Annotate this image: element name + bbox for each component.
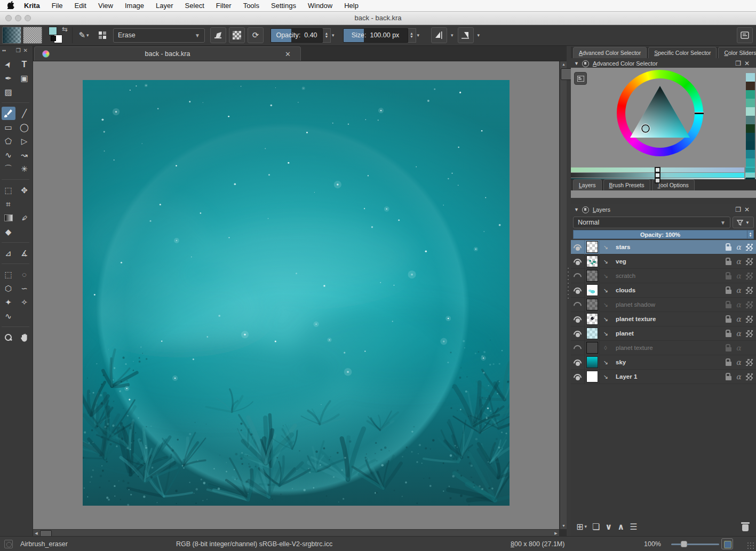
layer-properties-button[interactable]: ☰ [630,522,637,532]
layer-row[interactable]: ↘ sky α [571,355,756,370]
inherit-alpha-icon[interactable] [746,287,753,294]
eraser-mode-button[interactable] [210,27,226,43]
layer-visible-toggle[interactable] [571,283,585,298]
inherit-alpha-icon[interactable] [746,330,753,337]
canvas-painting[interactable] [83,80,510,506]
foreground-color-swatch[interactable] [49,27,57,35]
alpha-lock-icon[interactable]: α [736,301,741,308]
close-tab-icon[interactable]: ✕ [285,50,291,58]
gradient-tool[interactable] [2,211,15,225]
freehand-path-tool[interactable]: ↝ [18,148,31,162]
document-size-info[interactable]: 800 x 800 (27.1M) [511,540,564,548]
duplicate-layer-button[interactable]: ❏ [592,522,600,532]
mirror-vertical-axis-button[interactable] [431,27,447,43]
layer-row[interactable]: ◊ planet texture α [571,341,756,355]
inherit-alpha-icon[interactable] [746,301,753,308]
pattern-edit-tool[interactable]: ▨ [2,85,15,99]
calligraphy-tool[interactable]: ✒ [2,71,15,85]
layer-row[interactable]: ↘ clouds α [571,283,756,298]
move-layer-down-button[interactable]: ∨ [605,522,612,532]
tab-specific-color-selector[interactable]: Specific Color Selector [648,47,717,58]
layer-row[interactable]: ↘ planet texture α [571,312,756,326]
rectangular-selection-tool[interactable]: ⬚ [2,268,15,281]
tab-color-sliders[interactable]: Color Sliders [718,47,756,58]
move-tool[interactable]: ✥ [18,183,31,197]
alpha-lock-icon[interactable]: α [736,258,741,265]
document-tab[interactable]: back - back.kra ✕ [34,46,301,61]
layer-row[interactable]: ↘ stars α [571,240,756,254]
lock-layer-icon[interactable] [726,290,731,294]
layer-visible-toggle[interactable] [571,341,585,355]
inherit-alpha-icon[interactable] [746,273,753,280]
inherit-alpha-icon[interactable] [746,373,753,380]
menu-view[interactable]: View [98,2,113,10]
dynamic-brush-tool[interactable]: ⌒ [2,162,15,175]
float-docker-icon[interactable]: ❐ [735,60,744,67]
lock-docker-icon[interactable] [582,206,589,213]
saturation-value-triangle[interactable] [625,85,695,149]
default-colors-icon[interactable] [51,36,56,41]
brush-size-slider[interactable]: Size: 100.00 px [343,28,408,43]
measure-tool[interactable]: ∡ [18,246,31,260]
menu-image[interactable]: Image [125,2,144,10]
layer-visible-toggle[interactable] [571,326,585,341]
contiguous-selection-tool[interactable]: ✦ [2,296,15,309]
collapse-docker-icon[interactable]: ▼ [574,207,579,212]
vertical-scrollbar[interactable]: ▲ ▼ [560,61,567,529]
close-docker-icon[interactable]: ✕ [744,206,753,213]
multibrush-tool[interactable]: ✳ [18,162,31,175]
blend-mode-combo[interactable]: Normal▼ [573,217,730,228]
layer-row[interactable]: ↘ veg α [571,254,756,269]
transform-tool[interactable]: ⬚ [2,183,15,197]
foreground-background-colors[interactable]: ⇆ [47,26,69,44]
docker-handle-icon[interactable]: ▪▪ [2,47,6,53]
layer-visible-toggle[interactable] [571,240,585,254]
workspace-chooser-button[interactable] [737,27,753,43]
select-shapes-tool[interactable]: ➤ [2,58,15,71]
layer-row[interactable]: ↘ planet α [571,326,756,341]
gradient-chooser[interactable] [2,27,21,44]
tab-advanced-color-selector[interactable]: Advanced Color Selector [573,47,647,58]
opacity-spin-buttons[interactable]: ▲▼ [323,28,331,43]
alpha-lock-icon[interactable]: α [736,373,741,380]
polygonal-selection-tool[interactable]: ⬡ [2,282,15,295]
layer-filter-button[interactable]: ▼ [733,217,754,228]
pattern-chooser[interactable] [23,27,42,44]
menu-help[interactable]: Help [344,2,359,10]
lock-docker-icon[interactable] [582,60,589,67]
zoom-slider-thumb[interactable] [681,541,687,547]
resize-grip[interactable] [747,542,754,549]
horizontal-scrollbar[interactable]: ◀ ▶ [33,529,559,536]
tab-layers[interactable]: Layers [573,179,602,190]
layer-row[interactable]: ↘ scratch α [571,269,756,283]
collapse-docker-icon[interactable]: ▼ [574,61,579,66]
alpha-lock-icon[interactable]: α [736,358,741,366]
opacity-slider[interactable]: Opacity: 0.40 [270,28,323,43]
pan-tool[interactable] [18,331,31,344]
menu-select[interactable]: Select [185,2,204,10]
lock-layer-icon[interactable] [726,304,731,308]
mirror-horizontal-axis-button[interactable] [458,27,474,43]
panel-splitter[interactable] [567,267,570,299]
lock-layer-icon[interactable] [726,333,731,337]
menu-settings[interactable]: Settings [271,2,296,10]
menu-filter[interactable]: Filter [216,2,232,10]
preserve-alpha-button[interactable] [229,27,245,43]
layer-visible-toggle[interactable] [571,269,585,283]
lock-layer-icon[interactable] [726,275,731,280]
bezier-selection-tool[interactable]: ∿ [2,309,15,323]
inherit-alpha-icon[interactable] [746,359,753,366]
freehand-selection-tool[interactable]: ∽ [18,282,31,295]
lock-layer-icon[interactable] [726,347,731,352]
float-docker-icon[interactable]: ❐ [16,47,23,53]
lock-layer-icon[interactable] [726,246,731,251]
alpha-lock-icon[interactable]: α [736,344,741,352]
color-sampler-tool[interactable]: ✑ [18,211,31,225]
layer-row[interactable]: ↘ Layer 1 α [571,370,756,384]
menu-edit[interactable]: Edit [75,2,86,10]
add-layer-button[interactable]: ⊞▾ [576,522,587,532]
tab-brush-presets[interactable]: Brush Presets [603,179,650,190]
reload-preset-button[interactable]: ⟳ [248,27,264,43]
layer-visible-toggle[interactable] [571,298,585,312]
assistants-tool[interactable]: ⊿ [2,246,15,260]
